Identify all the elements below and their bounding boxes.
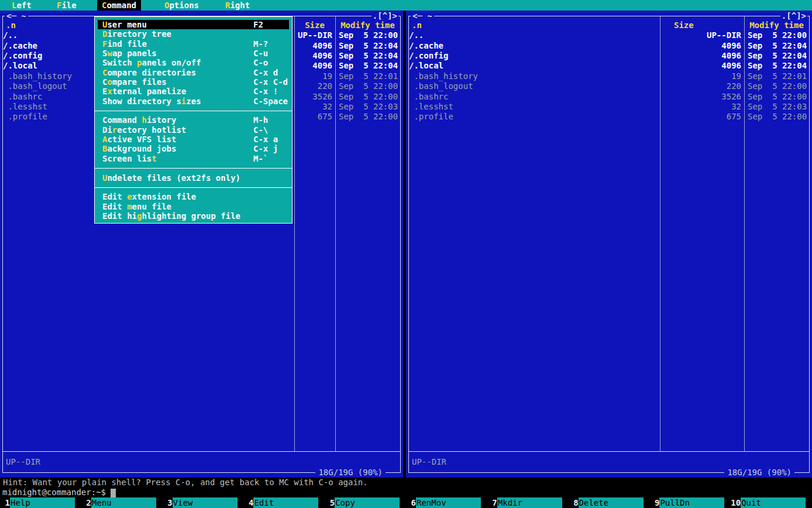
name-column-header[interactable]: .n Name	[409, 20, 660, 30]
hotkey-letter: B	[102, 144, 107, 153]
file-size: UP--DIR	[660, 30, 744, 40]
modify-column-header[interactable]: Modify time	[335, 20, 400, 30]
file-row[interactable]: /.cache4096Sep 5 22:04	[409, 41, 809, 51]
file-name: /.local	[409, 61, 660, 71]
menu-item-find-file[interactable]: Find fileM-?	[98, 39, 289, 49]
menu-item-directory-hotlist[interactable]: Directory hotlistC-\	[98, 125, 289, 135]
fn-key-view[interactable]: 3View	[163, 497, 244, 508]
mini-status-separator	[2, 451, 401, 452]
size-column-header[interactable]: Size	[294, 20, 335, 30]
menu-item-switch-panels-on-off[interactable]: Switch panels on/offC-o	[98, 58, 289, 67]
fn-key-label: Menu	[91, 497, 156, 508]
file-mtime: Sep 5 22:04	[335, 61, 400, 71]
hotkey-letter: w	[107, 49, 112, 58]
file-size: 3526	[294, 92, 335, 102]
file-mtime: Sep 5 22:00	[744, 81, 809, 91]
menu-item-swap-panels[interactable]: Swap panelsC-u	[98, 49, 289, 58]
menu-item-shortcut: C-Space	[253, 97, 288, 106]
file-size: 3526	[660, 92, 744, 102]
file-row[interactable]: .bash_logout220Sep 5 22:00	[409, 81, 809, 91]
fn-key-label: Quit	[741, 497, 806, 508]
file-mtime: Sep 5 22:04	[335, 51, 400, 61]
menu-item-shortcut: M-h	[253, 115, 268, 125]
menubar-item-left[interactable]: Left	[7, 0, 36, 11]
fn-key-number: 9	[649, 497, 659, 508]
file-size: 19	[660, 71, 744, 81]
fn-key-delete[interactable]: 8Delete	[569, 497, 650, 508]
file-size: 4096	[294, 61, 335, 71]
right-panel-path[interactable]: <─ ~	[411, 11, 434, 20]
hotkey-letter: F	[57, 1, 61, 10]
menu-item-compare-directories[interactable]: Compare directoriesC-x d	[98, 68, 289, 77]
file-size: 220	[660, 81, 744, 91]
file-row[interactable]: .profile675Sep 5 22:00	[409, 112, 809, 122]
menu-item-user-menu[interactable]: User menuF2	[98, 20, 289, 29]
fn-key-number: 2	[81, 497, 91, 508]
menu-item-active-vfs-list[interactable]: Active VFS listC-x a	[98, 135, 289, 144]
file-size: 32	[294, 102, 335, 112]
file-row[interactable]: /.local4096Sep 5 22:04	[409, 61, 809, 71]
shell-prompt[interactable]: midnight@commander:~$	[0, 488, 812, 497]
menu-item-shortcut: C-\	[253, 125, 268, 135]
menu-item-edit-highlighting-group-file[interactable]: Edit highlighting group file	[98, 211, 289, 221]
fn-key-number: 10	[731, 497, 741, 508]
right-panel-nav-buttons[interactable]: .[^]>	[780, 11, 807, 20]
menu-item-background-jobs[interactable]: Background jobsC-x j	[98, 144, 289, 153]
menubar-item-file[interactable]: File	[52, 0, 81, 11]
file-row[interactable]: .lesshst32Sep 5 22:03	[409, 102, 809, 112]
command-menu-dropdown: User menuF2Directory treeFind fileM-?Swa…	[94, 16, 293, 224]
fn-key-number: 6	[406, 497, 416, 508]
hotkey-letter: F	[102, 39, 107, 49]
file-row[interactable]: .bashrc3526Sep 5 22:00	[409, 92, 809, 102]
left-mini-status: UP--DIR	[6, 457, 40, 467]
fn-key-label: RenMov	[416, 497, 481, 508]
fn-key-quit[interactable]: 10Quit	[731, 497, 812, 508]
hotkey-letter: o	[107, 77, 112, 87]
file-mtime: Sep 5 22:00	[744, 30, 809, 40]
menu-item-compare-files[interactable]: Compare filesC-x C-d	[98, 77, 289, 87]
fn-key-label: Delete	[579, 497, 644, 508]
menu-item-undelete-files-ext2fs-only[interactable]: Undelete files (ext2fs only)	[98, 173, 289, 183]
menu-item-show-directory-sizes[interactable]: Show directory sizesC-Space	[98, 97, 289, 106]
file-mtime: Sep 5 22:04	[744, 51, 809, 61]
hotkey-letter: t	[152, 154, 156, 163]
menubar-item-options[interactable]: Options	[160, 0, 204, 11]
file-name: .lesshst	[409, 102, 660, 112]
prompt-text: midnight@commander:~$	[2, 488, 111, 497]
menu-item-screen-list[interactable]: Screen listM-`	[98, 154, 289, 163]
fn-key-renmov[interactable]: 6RenMov	[406, 497, 487, 508]
menu-separator	[95, 106, 292, 115]
menu-separator	[95, 163, 292, 173]
fn-key-mkdir[interactable]: 7Mkdir	[487, 497, 569, 508]
fn-key-number: 8	[569, 497, 579, 508]
fn-key-pulldn[interactable]: 9PullDn	[649, 497, 731, 508]
fn-key-edit[interactable]: 4Edit	[243, 497, 325, 508]
menu-item-directory-tree[interactable]: Directory tree	[98, 29, 289, 39]
file-row[interactable]: /..UP--DIRSep 5 22:00	[409, 30, 809, 40]
fn-key-label: PullDn	[659, 497, 724, 508]
menubar-item-right[interactable]: Right	[221, 0, 254, 11]
menu-item-edit-menu-file[interactable]: Edit menu file	[98, 202, 289, 211]
hotkey-letter: p	[137, 58, 142, 67]
left-panel-path[interactable]: <─ ~	[5, 11, 28, 20]
menu-item-external-panelize[interactable]: External panelizeC-x !	[98, 87, 289, 96]
file-row[interactable]: .bash_history19Sep 5 22:01	[409, 71, 809, 81]
menu-item-edit-extension-file[interactable]: Edit extension file	[98, 192, 289, 201]
file-name: /..	[409, 30, 660, 40]
menubar-item-command[interactable]: Command	[97, 0, 141, 11]
file-row[interactable]: /.config4096Sep 5 22:04	[409, 51, 809, 61]
fn-key-copy[interactable]: 5Copy	[325, 497, 406, 508]
hotkey-letter: r	[112, 125, 117, 135]
modify-column-header[interactable]: Modify time	[744, 20, 809, 30]
hotkey-letter: C	[102, 1, 106, 10]
text-cursor	[111, 489, 116, 497]
left-panel-nav-buttons[interactable]: .[^]>	[371, 11, 398, 20]
menu-item-shortcut: F2	[253, 20, 263, 29]
hotkey-letter: g	[137, 211, 142, 221]
file-mtime: Sep 5 22:00	[744, 112, 809, 122]
fn-key-menu[interactable]: 2Menu	[81, 497, 163, 508]
hotkey-letter: e	[127, 192, 132, 201]
fn-key-help[interactable]: 1Help	[0, 497, 81, 508]
menu-item-command-history[interactable]: Command historyM-h	[98, 115, 289, 125]
size-column-header[interactable]: Size	[660, 20, 744, 30]
